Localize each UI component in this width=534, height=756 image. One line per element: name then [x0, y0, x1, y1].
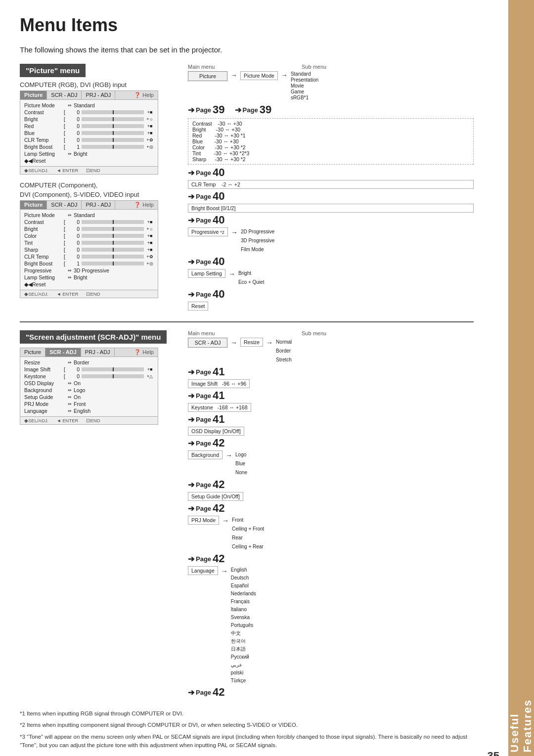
menu1-reset: ◆◀Reset: [24, 157, 154, 164]
note-1: *1 Items when inputting RGB signal throu…: [20, 710, 474, 718]
page-ref-42b: ➔ Page 42: [188, 478, 474, 491]
menu2-row-color: Color [ 0 +■: [24, 232, 154, 239]
keystone-box: Keystone -168 ↔ +168: [188, 403, 251, 412]
clrtemp-box: CLR Temp -2 ↔ +2: [188, 180, 474, 189]
val-background: Logo: [74, 387, 85, 393]
label-osddisplay: OSD Display: [24, 380, 64, 386]
tree-picture-row: Picture → Picture Mode → Standard Presen…: [188, 71, 474, 100]
brightboost-box: Bright Boost [0/1/2]: [188, 204, 474, 213]
menu1-row-picture-mode: Picture Mode ⇔ Standard: [24, 102, 154, 109]
adj-tint: Tint -30 ↔ +30 *2*3: [192, 150, 469, 156]
icon-bright-2: +☼: [146, 226, 154, 231]
col-headers-scr: Main menu Sub menu: [188, 330, 474, 336]
label-contrast-2: Contrast: [24, 219, 64, 225]
scr-row-osddisplay: OSD Display ⇔ On: [24, 380, 154, 387]
tab-picture-scr[interactable]: Picture: [20, 348, 45, 356]
tab-scr-adj-1[interactable]: SCR - ADJ: [47, 91, 82, 99]
label-setupguide: Setup Guide: [24, 394, 64, 400]
tab-help-1[interactable]: ❓ Help: [130, 91, 158, 99]
left-col-picture: "Picture" menu COMPUTER (RGB), DVI (RGB)…: [20, 64, 173, 311]
main-content: Menu Items The following shows the items…: [0, 0, 508, 756]
menu2-row-clrtemp: CLR Temp [ 0 +✿: [24, 253, 154, 260]
tab-help-2[interactable]: ❓ Help: [130, 201, 158, 209]
osddisplay-box: OSD Display [On/Off]: [188, 427, 244, 436]
bar-tint-2: [82, 241, 144, 245]
tab-help-scr[interactable]: ❓ Help: [130, 348, 158, 356]
icon-contrast-2: +■: [146, 220, 154, 224]
arrow-39b: ➔: [235, 105, 241, 115]
bar-bright-2: [82, 227, 144, 231]
menu2-row-bright: Bright [ 0 +☼: [24, 225, 154, 232]
menu2-body: Picture Mode ⇔ Standard Contrast [ 0 +■ …: [20, 210, 158, 290]
sub-menu-label: Sub menu: [302, 64, 326, 70]
page-ref-42d: ➔ Page 42: [188, 552, 474, 565]
tab-prj-adj-scr[interactable]: PRJ - ADJ: [81, 348, 115, 356]
note-2: *2 Items when inputting component signal…: [20, 721, 474, 729]
language-box: Language: [188, 566, 218, 575]
lamp-setting-options: BrightEco + Quiet: [238, 269, 265, 287]
page39-refs: ➔ Page 39 ➔ Page 39: [188, 103, 474, 116]
scr-row-imageshift: Image Shift [ 0 +■: [24, 366, 154, 373]
prjmode-row: PRJ Mode → FrontCeiling + FrontRearCeili…: [188, 516, 474, 551]
page-ref-41c: ➔ Page 41: [188, 413, 474, 426]
label-picture-mode-2: Picture Mode: [24, 212, 64, 218]
col-headers-picture: Main menu Sub menu: [188, 64, 474, 70]
main-menu-label: Main menu: [188, 64, 237, 70]
icon-color-2: +■: [146, 233, 154, 238]
menu2-footer: ◆SEL/ADJ. ◄ ENTER ⊡END: [20, 290, 158, 298]
menu-mock-1: Picture SCR - ADJ PRJ - ADJ ❓ Help Pictu…: [20, 90, 158, 175]
language-row: Language → EnglishDeutschEspañolNederlan…: [188, 566, 474, 685]
val-prjmode: Front: [74, 401, 86, 407]
footer-enter-scr: ◄ ENTER: [56, 418, 78, 423]
subtitle: The following shows the items that can b…: [20, 45, 474, 54]
icon-sharp-2: +■: [146, 247, 154, 252]
icon-clrtemp-2: +✿: [146, 254, 154, 259]
label-resize: Resize: [24, 359, 64, 365]
tab-prj-adj-2[interactable]: PRJ - ADJ: [82, 201, 115, 209]
sub-game: Game: [291, 89, 318, 94]
page-ref-39a: ➔ Page 39: [188, 103, 225, 116]
tab-prj-adj-1[interactable]: PRJ - ADJ: [82, 91, 115, 99]
tab-picture-2[interactable]: Picture: [20, 201, 47, 209]
val-lampsetting-1: Bright: [74, 151, 87, 157]
sub-srgb: sRGB*1: [291, 95, 318, 100]
resize-options: NormalBorderStretch: [276, 338, 292, 364]
icon-contrast-1: +■: [146, 110, 154, 115]
icon-brightboost-1: +◎: [146, 144, 154, 149]
adj-red: Red -30 ↔ +30 *1: [192, 133, 469, 138]
page-ref-40a: ➔ Page 40: [188, 166, 474, 179]
footer-enter-2: ◄ ENTER: [56, 291, 78, 297]
page-ref-39b: ➔ Page 39: [235, 103, 272, 116]
right-col-scr: Main menu Sub menu SCR - ADJ → Resize → …: [188, 330, 474, 700]
adj-color: Color -30 ↔ +30 *2: [192, 144, 469, 150]
footer-enter-1: ◄ ENTER: [56, 168, 78, 173]
tree-arrow-pm2: →: [278, 71, 291, 79]
imageshift-box: Image Shift -96 ↔ +96: [188, 379, 250, 388]
footer-sel-2: ◆SEL/ADJ.: [24, 291, 48, 297]
tab-scr-adj-2[interactable]: SCR - ADJ: [47, 201, 82, 209]
main-menu-label-scr: Main menu: [188, 330, 237, 336]
label-tint-2: Tint: [24, 240, 64, 246]
icon-blue-1: +■: [146, 131, 154, 135]
icon-tint-2: +■: [146, 240, 154, 245]
input1-label: COMPUTER (RGB), DVI (RGB) input: [20, 81, 173, 89]
menu1-row-contrast: Contrast [ 0 +■: [24, 109, 154, 116]
label-background: Background: [24, 387, 64, 393]
tab-scr-adj-scr[interactable]: SCR - ADJ: [45, 348, 81, 356]
bar-brightboost-1: [82, 145, 144, 149]
bar-sharp-2: [82, 248, 144, 252]
page-ref-40d: ➔ Page 40: [188, 255, 474, 268]
bar-clrtemp-2: [82, 255, 144, 259]
bar-color-2: [82, 234, 144, 238]
tree-sub-resize: Resize: [240, 338, 263, 347]
page-ref-42e: ➔ Page 42: [188, 686, 474, 699]
tab-picture-1[interactable]: Picture: [20, 91, 47, 99]
icon-keystone: +△: [146, 374, 154, 379]
menu1-row-blue: Blue [ 0 +■: [24, 130, 154, 136]
menu1-row-brightboost: Bright Boost [ 1 +◎: [24, 143, 154, 150]
icon-bright-1: +☼: [146, 117, 154, 122]
adj-blue: Blue -30 ↔ +30: [192, 138, 469, 144]
adj-sharp: Sharp -30 ↔ +30 *2: [192, 156, 469, 162]
icon-brightboost-2: +◎: [146, 261, 154, 266]
bar-brightboost-2: [82, 262, 144, 266]
